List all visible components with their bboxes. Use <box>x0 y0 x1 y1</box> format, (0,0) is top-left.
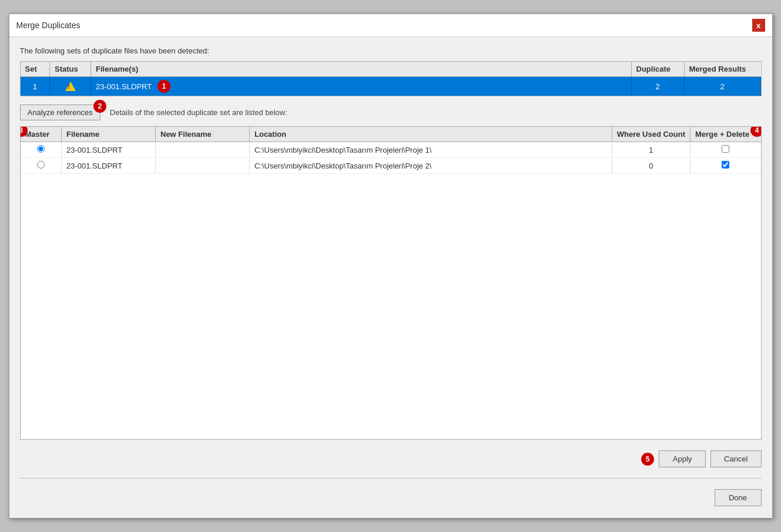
dialog-description: The following sets of duplicate files ha… <box>20 46 762 55</box>
table-row: 23-001.SLDPRT C:\Users\mbiyikci\Desktop\… <box>21 158 761 174</box>
top-table-header-row: Set Status Filename(s) Duplicate Merged … <box>21 62 761 77</box>
cell-set: 1 <box>21 77 50 96</box>
toolbar-description: Details of the selected duplicate set ar… <box>110 108 287 117</box>
filename-text: 23-001.SLDPRT <box>96 82 152 91</box>
done-button[interactable]: Done <box>715 489 762 506</box>
merge-duplicates-dialog: Merge Duplicates x The following sets of… <box>9 14 773 518</box>
cell-new-filename-2 <box>156 158 250 174</box>
col-header-where-used: Where Used Count <box>612 127 690 142</box>
annotation-1: 1 <box>157 80 170 93</box>
annotation-5: 5 <box>641 453 654 466</box>
detail-table: Master 3 Filename New Filename Location … <box>21 127 761 174</box>
cancel-button[interactable]: Cancel <box>710 450 761 467</box>
top-table-container: Set Status Filename(s) Duplicate Merged … <box>20 61 762 96</box>
col-header-master: Master 3 <box>21 127 62 142</box>
col-header-filename: Filename <box>62 127 156 142</box>
col-header-status: Status <box>50 62 91 77</box>
annotation-2: 2 <box>93 100 106 113</box>
cell-master-2 <box>21 158 62 174</box>
col-header-filenames: Filename(s) <box>91 62 632 77</box>
cell-merged: 2 <box>684 77 760 96</box>
cell-where-used-2: 0 <box>612 158 690 174</box>
dialog-title: Merge Duplicates <box>16 21 81 30</box>
toolbar-row: Analyze references 2 Details of the sele… <box>20 105 762 120</box>
cell-filename-1: 23-001.SLDPRT <box>62 142 156 158</box>
col-header-set: Set <box>21 62 50 77</box>
analyze-references-button[interactable]: Analyze references <box>20 105 100 120</box>
apply-button[interactable]: Apply <box>659 450 706 467</box>
col-header-merge-delete: Merge + Delete 4 <box>691 127 761 142</box>
cell-where-used-1: 1 <box>612 142 690 158</box>
cell-new-filename-1 <box>156 142 250 158</box>
master-radio-2[interactable] <box>37 161 45 169</box>
merge-delete-checkbox-2[interactable] <box>722 161 729 169</box>
cell-location-2: C:\Users\mbiyikci\Desktop\Tasarım Projel… <box>250 158 612 174</box>
cell-master-1 <box>21 142 62 158</box>
col-header-new-filename: New Filename <box>156 127 250 142</box>
title-bar: Merge Duplicates x <box>9 14 772 37</box>
dialog-body: The following sets of duplicate files ha… <box>9 37 772 518</box>
warning-icon <box>65 82 76 91</box>
duplicate-sets-table: Set Status Filename(s) Duplicate Merged … <box>21 62 761 96</box>
detail-table-header-row: Master 3 Filename New Filename Location … <box>21 127 761 142</box>
cell-filename-2: 23-001.SLDPRT <box>62 158 156 174</box>
col-header-duplicate: Duplicate <box>631 62 684 77</box>
col-header-location: Location <box>250 127 612 142</box>
table-row: 23-001.SLDPRT C:\Users\mbiyikci\Desktop\… <box>21 142 761 158</box>
cell-duplicate: 2 <box>631 77 684 96</box>
done-row: Done <box>20 487 762 509</box>
cell-filename: 23-001.SLDPRT 1 <box>91 77 632 96</box>
close-button[interactable]: x <box>752 19 765 32</box>
table-row[interactable]: 1 23-001.SLDPRT 1 2 <box>21 77 761 96</box>
action-buttons-row: 5 Apply Cancel <box>20 448 762 470</box>
analyze-btn-wrapper: Analyze references 2 <box>20 105 100 120</box>
master-radio-1[interactable] <box>37 145 45 153</box>
col-header-merged: Merged Results <box>684 62 760 77</box>
cell-merge-delete-2 <box>691 158 761 174</box>
cell-location-1: C:\Users\mbiyikci\Desktop\Tasarım Projel… <box>250 142 612 158</box>
bottom-section: 5 Apply Cancel Done <box>20 448 762 509</box>
merge-delete-checkbox-1[interactable] <box>722 145 729 153</box>
divider <box>20 478 762 479</box>
cell-merge-delete-1 <box>691 142 761 158</box>
detail-table-container: Master 3 Filename New Filename Location … <box>20 126 762 440</box>
annotation-4: 4 <box>750 126 761 137</box>
cell-status <box>50 77 91 96</box>
